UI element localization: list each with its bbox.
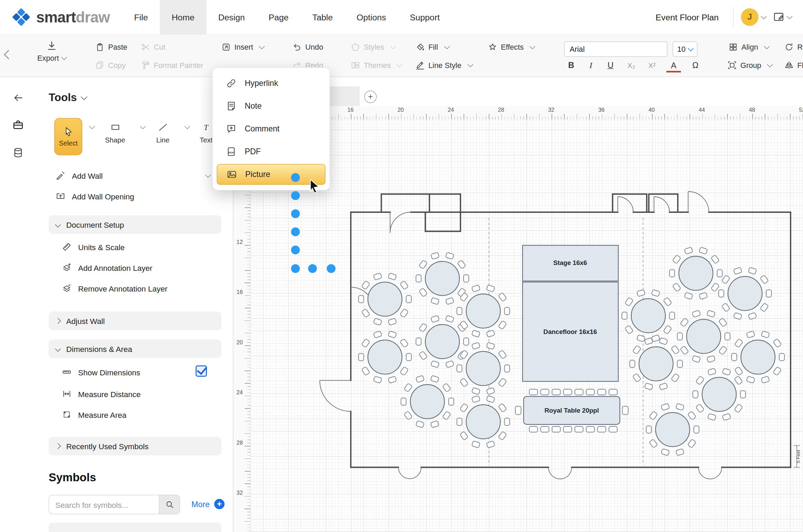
menu-item-note[interactable]: Note bbox=[213, 95, 330, 118]
bold-button[interactable]: B bbox=[564, 59, 578, 72]
flip-button[interactable]: Flip bbox=[784, 59, 803, 72]
effects-button[interactable]: Effects bbox=[488, 40, 535, 54]
section-dimensions-area[interactable]: Dimensions & Area bbox=[49, 339, 221, 358]
round-table[interactable] bbox=[457, 396, 510, 448]
show-dimensions-checkbox[interactable] bbox=[196, 365, 207, 377]
cut-button[interactable]: Cut bbox=[141, 40, 165, 54]
shape-tool-button[interactable]: Shape bbox=[105, 122, 126, 144]
menu-page[interactable]: Page bbox=[257, 0, 300, 34]
round-table[interactable] bbox=[359, 331, 412, 383]
chevron-down-icon bbox=[529, 43, 535, 49]
menu-file[interactable]: File bbox=[122, 0, 160, 34]
select-tool-button[interactable]: Select bbox=[54, 118, 82, 155]
round-table[interactable] bbox=[693, 368, 746, 421]
styles-button[interactable]: Styles bbox=[351, 40, 395, 54]
round-table[interactable] bbox=[630, 338, 683, 390]
tools-panel-header[interactable]: Tools bbox=[49, 91, 87, 104]
account-button[interactable]: J bbox=[741, 8, 766, 26]
chevron-down-icon bbox=[397, 61, 403, 67]
pencil-line-icon bbox=[416, 61, 425, 70]
themes-button[interactable]: Themes bbox=[351, 59, 402, 72]
round-table[interactable] bbox=[670, 247, 722, 299]
round-table[interactable] bbox=[457, 342, 510, 395]
round-table[interactable] bbox=[732, 331, 784, 383]
menu-support[interactable]: Support bbox=[398, 0, 452, 34]
superscript-button[interactable]: X² bbox=[645, 59, 659, 72]
hruler-number: 52 bbox=[799, 107, 803, 113]
line-tool-button[interactable]: Line bbox=[156, 122, 169, 144]
underline-button[interactable]: U bbox=[603, 59, 618, 72]
fill-bucket-icon bbox=[416, 42, 425, 52]
copy-button[interactable]: Copy bbox=[95, 59, 126, 72]
units-scale-button[interactable]: Units & Scale bbox=[62, 240, 125, 254]
section-adjust-wall[interactable]: Adjust Wall bbox=[49, 312, 221, 330]
symbol-search-input[interactable] bbox=[49, 495, 159, 514]
symbol-library-section[interactable] bbox=[49, 523, 221, 532]
menu-options[interactable]: Options bbox=[345, 0, 398, 34]
floor-plan-drawing[interactable]: Stage 16x6 Dancefloor 16x16 Royal Table … bbox=[250, 120, 803, 532]
measure-distance-button[interactable]: Measure Distance bbox=[62, 387, 141, 401]
section-recently-used-symbols[interactable]: Recently Used Symbols bbox=[49, 437, 221, 455]
align-button[interactable]: Align bbox=[728, 40, 769, 54]
select-tool-chevron[interactable] bbox=[89, 124, 95, 129]
add-wall-opening-button[interactable]: Add Wall Opening bbox=[56, 189, 134, 203]
tools-tab[interactable] bbox=[12, 119, 24, 132]
menu-item-picture[interactable]: Picture bbox=[217, 164, 326, 185]
royal-table-label: Royal Table 20ppl bbox=[544, 407, 599, 414]
show-dimensions-button[interactable]: Show Dimensions bbox=[62, 365, 140, 379]
menu-design[interactable]: Design bbox=[206, 0, 257, 34]
fill-button[interactable]: Fill bbox=[416, 40, 449, 54]
subscript-button[interactable]: X₂ bbox=[624, 59, 638, 72]
wall-opening-icon bbox=[56, 191, 65, 201]
insert-button[interactable]: Insert bbox=[221, 40, 264, 54]
font-color-button[interactable]: A bbox=[666, 60, 681, 72]
menu-table[interactable]: Table bbox=[300, 0, 345, 34]
collapse-panel-button[interactable] bbox=[12, 92, 24, 106]
line-style-button[interactable]: Line Style bbox=[416, 59, 473, 72]
add-symbols-plus-icon[interactable]: + bbox=[214, 499, 225, 509]
special-character-button[interactable]: Ω bbox=[688, 59, 703, 72]
chevron-down-icon bbox=[390, 43, 396, 49]
collapse-ribbon-button[interactable] bbox=[5, 48, 12, 61]
measure-area-button[interactable]: Measure Area bbox=[62, 408, 127, 421]
round-table[interactable] bbox=[401, 375, 454, 428]
export-button[interactable]: Export bbox=[32, 40, 71, 62]
hruler-number: 36 bbox=[598, 107, 604, 113]
chevron-down-icon bbox=[467, 61, 473, 67]
shape-tool-chevron[interactable] bbox=[140, 124, 146, 129]
rotate-button[interactable]: Rotate bbox=[784, 40, 803, 54]
horizontal-ruler: 16202428323640444852 bbox=[250, 106, 803, 120]
text-tool-button[interactable]: Text bbox=[200, 122, 212, 144]
round-table[interactable] bbox=[646, 403, 699, 456]
add-wall-button[interactable]: Add Wall bbox=[56, 169, 103, 182]
vruler-number: 20 bbox=[237, 339, 243, 345]
add-wall-chevron[interactable] bbox=[205, 172, 211, 178]
symbol-search-button[interactable] bbox=[159, 495, 180, 514]
format-painter-button[interactable]: Format Painter bbox=[141, 59, 203, 72]
brand[interactable]: smartdraw bbox=[11, 7, 110, 27]
font-family-input[interactable] bbox=[564, 41, 667, 57]
menu-home[interactable]: Home bbox=[160, 0, 206, 34]
data-tab[interactable] bbox=[12, 147, 24, 160]
group-button[interactable]: Group bbox=[727, 59, 772, 72]
round-table[interactable] bbox=[359, 273, 412, 325]
round-table[interactable] bbox=[677, 310, 730, 363]
hruler-number: 40 bbox=[648, 107, 655, 113]
ruler-scale-icon bbox=[62, 242, 71, 252]
font-size-select[interactable]: 10 bbox=[673, 41, 697, 57]
italic-button[interactable]: I bbox=[584, 59, 598, 72]
section-document-setup[interactable]: Document Setup bbox=[49, 215, 221, 234]
menu-item-pdf[interactable]: PDF bbox=[213, 140, 330, 163]
add-annotation-layer-button[interactable]: Add Annotation Layer bbox=[62, 261, 152, 274]
line-tool-chevron[interactable] bbox=[185, 124, 190, 129]
menu-item-hyperlink[interactable]: Hyperlink bbox=[213, 72, 330, 95]
workspace-switcher[interactable] bbox=[773, 11, 792, 23]
round-table[interactable] bbox=[719, 267, 772, 320]
undo-button[interactable]: Undo bbox=[293, 40, 324, 54]
remove-annotation-layer-button[interactable]: Remove Annotation Layer bbox=[62, 282, 167, 295]
add-page-button[interactable]: + bbox=[364, 91, 377, 103]
round-table[interactable] bbox=[622, 289, 675, 342]
paste-button[interactable]: Paste bbox=[95, 40, 127, 54]
menu-item-comment[interactable]: Comment bbox=[213, 118, 330, 140]
more-symbols-link[interactable]: More bbox=[191, 500, 210, 509]
